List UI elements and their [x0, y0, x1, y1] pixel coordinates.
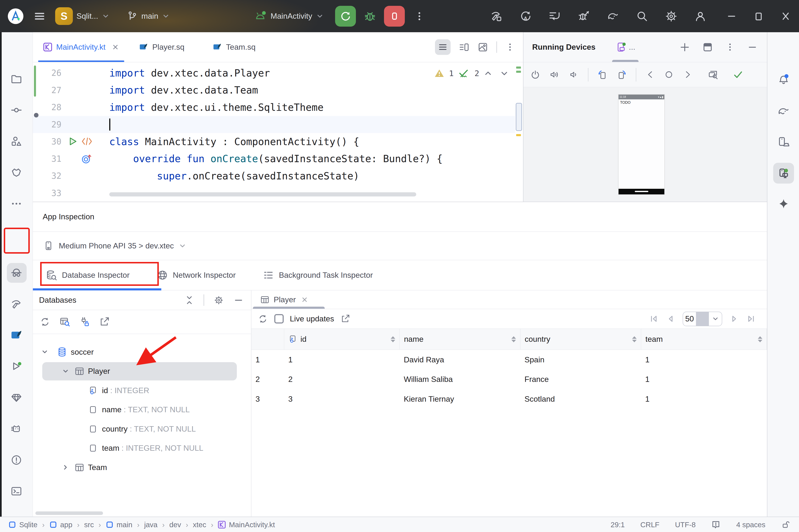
code-tag-gutter-icon[interactable] — [81, 136, 93, 147]
tab-team-sq[interactable]: Team.sq — [205, 32, 263, 62]
chevron-right-icon[interactable] — [61, 463, 70, 472]
tab-player-sq[interactable]: Player.sq — [131, 32, 192, 62]
split-panel-icon[interactable] — [703, 42, 713, 52]
more-actions-icon[interactable] — [414, 11, 424, 21]
stop-button[interactable] — [384, 6, 405, 26]
prev-problem-icon[interactable] — [484, 69, 492, 78]
close-tab-icon[interactable] — [112, 43, 119, 51]
table-cell[interactable]: 1 — [284, 350, 400, 369]
breadcrumb-item[interactable]: Sqlite — [8, 520, 37, 529]
device-tab[interactable]: ... — [615, 32, 635, 62]
breadcrumb-item[interactable]: dev — [169, 520, 181, 529]
query-icon[interactable] — [59, 317, 70, 327]
volume-down-icon[interactable] — [568, 70, 579, 80]
view-split-button[interactable] — [459, 42, 469, 52]
sidebar-item-build[interactable] — [0, 295, 33, 314]
breadcrumb-item[interactable]: app — [49, 520, 72, 529]
account-icon[interactable] — [694, 10, 707, 22]
device-selector[interactable]: MainActivity — [254, 10, 324, 23]
rotate-left-icon[interactable] — [597, 70, 608, 80]
inspections-widget[interactable]: 1 2 — [434, 69, 508, 78]
close-tab-icon[interactable] — [301, 296, 308, 303]
volume-up-icon[interactable] — [549, 70, 560, 80]
gradle-sync-icon[interactable] — [607, 10, 619, 22]
tab-mainactivity-kt[interactable]: MainActivity.kt — [36, 32, 126, 62]
tree-item-team[interactable]: team : INTEGER, NOT NULL — [33, 439, 251, 458]
sidebar-item-commit[interactable] — [0, 101, 33, 119]
sort-icon[interactable] — [511, 336, 516, 342]
rotate-right-icon[interactable] — [616, 70, 627, 80]
databases-settings-icon[interactable] — [214, 295, 224, 305]
export-icon[interactable] — [340, 314, 350, 324]
table-cell[interactable]: 3 — [284, 389, 400, 409]
sidebar-item-app-inspection[interactable] — [0, 264, 33, 282]
sidebar-item-gradle[interactable] — [767, 102, 799, 120]
view-design-button[interactable] — [478, 42, 488, 52]
hide-panel-icon[interactable] — [747, 42, 758, 52]
tree-item-country[interactable]: country : TEXT, NOT NULL — [33, 419, 251, 439]
device-home-icon[interactable] — [664, 70, 674, 80]
code-line[interactable]: 27import dev.xtec.data.Team — [33, 82, 515, 99]
tree-item-team[interactable]: Team — [33, 458, 251, 477]
last-page-icon[interactable] — [746, 314, 756, 323]
sidebar-item-run[interactable] — [0, 357, 33, 376]
close-button[interactable] — [780, 11, 791, 21]
table-cell[interactable]: 2 — [284, 369, 400, 389]
sort-icon[interactable] — [632, 336, 637, 342]
sidebar-item-app-quality-insights[interactable] — [0, 388, 33, 407]
table-row[interactable]: 11David RayaSpain1 — [251, 350, 767, 369]
device-screenshot-icon[interactable] — [708, 69, 719, 80]
add-device-icon[interactable] — [679, 42, 690, 52]
sidebar-item-problems[interactable] — [0, 451, 33, 470]
panel-options-icon[interactable] — [725, 42, 735, 52]
breadcrumb-item[interactable]: main — [106, 520, 132, 529]
sidebar-item-project[interactable] — [0, 70, 33, 88]
view-code-button[interactable] — [435, 39, 451, 55]
sidebar-item-vcs[interactable] — [0, 163, 33, 182]
collapse-all-icon[interactable] — [184, 295, 194, 305]
tree-item-name[interactable]: name : TEXT, NOT NULL — [33, 400, 251, 420]
table-cell[interactable]: David Raya — [400, 350, 520, 369]
sort-icon[interactable] — [758, 336, 762, 342]
search-icon[interactable] — [636, 10, 648, 22]
hide-databases-icon[interactable] — [233, 295, 244, 305]
table-cell[interactable]: 1 — [641, 350, 767, 369]
code-line[interactable]: 32 super.onCreate(savedInstanceState) — [33, 167, 515, 185]
caret-position[interactable]: 29:1 — [611, 520, 625, 529]
vcs-widget[interactable]: main — [126, 11, 170, 22]
open-new-tab-icon[interactable] — [99, 317, 110, 327]
breadcrumb-item[interactable]: java — [144, 520, 158, 529]
editor-more-icon[interactable] — [505, 42, 515, 52]
tab-background-task-inspector[interactable]: Background Task Inspector — [255, 260, 380, 290]
table-cell[interactable]: Scotland — [520, 389, 641, 409]
table-cell[interactable]: France — [520, 369, 641, 389]
table-cell[interactable]: 1 — [641, 369, 767, 389]
project-widget[interactable]: S Sqlit... — [55, 7, 110, 25]
column-header-team[interactable]: team — [641, 329, 767, 350]
table-row[interactable]: 33Kieran TiernayScotland1 — [251, 389, 767, 409]
rerun-button[interactable] — [335, 6, 356, 26]
sidebar-item-gemini[interactable] — [767, 194, 799, 213]
emulator-screen[interactable]: 11:18 ▾▲▮ TODO — [619, 95, 664, 194]
table-cell[interactable]: William Saliba — [400, 369, 520, 389]
databases-hscrollbar[interactable] — [35, 511, 103, 515]
column-header-country[interactable]: country — [520, 329, 641, 350]
sync-icon[interactable]: A — [519, 10, 532, 22]
sidebar-item-more[interactable] — [0, 194, 33, 213]
encoding[interactable]: UTF-8 — [675, 520, 695, 529]
scroll-thumb[interactable] — [516, 103, 522, 131]
tree-item-soccer[interactable]: soccer — [33, 342, 251, 362]
device-check-icon[interactable] — [732, 69, 744, 80]
debug-button[interactable] — [363, 10, 377, 23]
page-size-select[interactable]: 50 — [683, 311, 722, 326]
breadcrumb-item[interactable]: MainActivity.kt — [218, 520, 275, 529]
keep-connections-icon[interactable] — [79, 317, 90, 327]
chevron-down-icon[interactable] — [61, 367, 70, 376]
minimize-button[interactable] — [726, 11, 737, 21]
tree-item-id[interactable]: id : INTEGER — [33, 381, 251, 400]
sidebar-item-sqldelight[interactable] — [0, 326, 33, 345]
breadcrumb-item[interactable]: src — [84, 520, 94, 529]
inspection-device-selector[interactable]: Medium Phone API 35 > dev.xtec — [33, 232, 767, 261]
device-power-icon[interactable] — [530, 70, 541, 80]
sort-icon[interactable] — [391, 336, 395, 342]
